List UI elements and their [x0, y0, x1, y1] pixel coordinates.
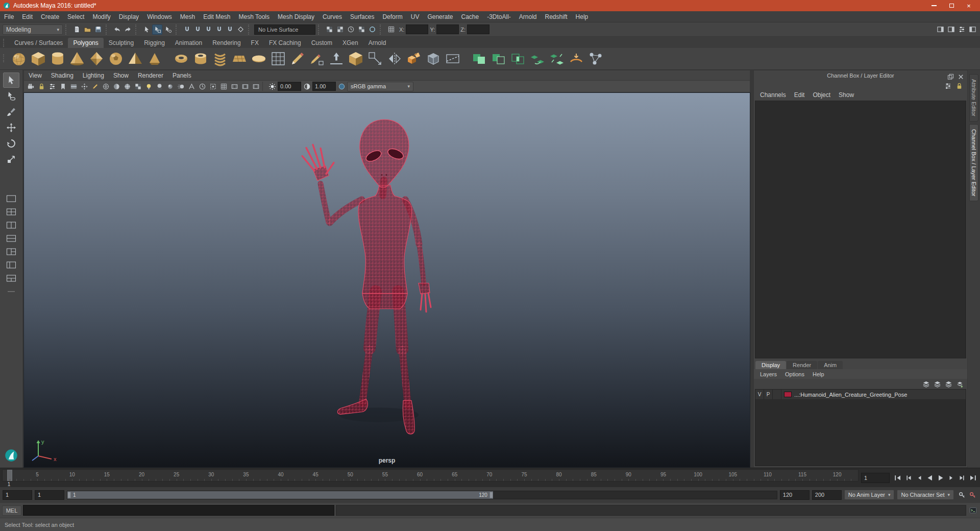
x-coordinate-input[interactable] [406, 25, 428, 34]
group-grip[interactable] [318, 25, 322, 35]
snap-to-curves-icon[interactable] [192, 25, 203, 35]
menu-edit[interactable]: Edit [18, 11, 37, 22]
shelf-icon-node-editor[interactable] [586, 49, 605, 68]
channel-menu-channels[interactable]: Channels [756, 90, 790, 100]
shelf-icon-boolean-intersection[interactable] [508, 49, 528, 68]
shelf-icon-poly-grid[interactable] [268, 49, 288, 68]
resolution-gate-icon[interactable] [229, 81, 239, 91]
view-transform-dropdown[interactable]: sRGB gamma▾ [347, 82, 413, 91]
group-grip[interactable] [106, 25, 109, 35]
menu-curves[interactable]: Curves [318, 11, 346, 22]
command-result-area[interactable] [336, 505, 966, 516]
command-input[interactable] [23, 505, 334, 516]
shelf-icon-multi-cut[interactable] [443, 49, 462, 68]
range-end-handle[interactable] [489, 492, 493, 498]
y-coordinate-input[interactable] [436, 25, 459, 34]
channel-menu-show[interactable]: Show [835, 90, 858, 100]
layer-movedown-icon[interactable] [932, 379, 942, 389]
save-scene-icon[interactable] [93, 25, 103, 35]
menu-cache[interactable]: Cache [457, 11, 483, 22]
lasso-tool[interactable] [3, 88, 19, 104]
two-pane-stacked-layout[interactable] [4, 232, 19, 245]
construction-history-icon[interactable] [346, 25, 356, 35]
shelf-tab-custom[interactable]: Custom [306, 38, 337, 48]
maya-logo-button[interactable] [5, 449, 18, 464]
select-by-component-icon[interactable] [163, 25, 173, 35]
play-forwards-button[interactable] [935, 472, 946, 484]
shelf-icon-boolean-union[interactable] [470, 49, 489, 68]
outliner-persp-layout[interactable] [4, 258, 19, 272]
shelf-tab-arnold[interactable]: Arnold [363, 38, 391, 48]
step-forward-one-key-button[interactable] [957, 472, 967, 484]
texture-placement-icon[interactable] [356, 25, 366, 35]
image-plane-icon[interactable] [68, 81, 79, 91]
range-slider-track[interactable]: 1 120 [67, 491, 777, 499]
menu-file[interactable]: File [0, 11, 18, 22]
shelf-icon-combine[interactable] [528, 49, 547, 68]
shelf-icon-quad-draw-tool[interactable] [307, 49, 327, 68]
tool-settings-icon[interactable] [957, 25, 967, 35]
make-live-icon[interactable] [235, 25, 246, 35]
new-empty-layer-icon[interactable] [943, 379, 953, 389]
menu-arnold[interactable]: Arnold [515, 11, 541, 22]
shelf-tab-rendering[interactable]: Rendering [207, 38, 246, 48]
move-tool[interactable] [3, 120, 19, 135]
shelf-icon-poly-soccer-ball[interactable] [106, 49, 126, 68]
range-slider-range[interactable]: 1 120 [67, 491, 493, 499]
shelf-grip[interactable] [3, 54, 7, 62]
shelf-icon-bevel[interactable] [424, 49, 443, 68]
shelf-icon-boolean-difference[interactable] [489, 49, 508, 68]
group-grip[interactable] [135, 25, 139, 35]
panel-menu-view[interactable]: View [24, 70, 46, 80]
exposure-icon[interactable] [267, 81, 277, 91]
shelf-icon-poly-pyramid[interactable] [126, 49, 145, 68]
auto-keyframe-icon[interactable] [967, 490, 977, 500]
time-ruler[interactable]: 5101520253035404550556065707580859095100… [2, 469, 859, 481]
shelf-icon-poly-cube[interactable] [29, 49, 48, 68]
menu-redshift[interactable]: Redshift [541, 11, 572, 22]
command-language-toggle[interactable]: MEL [2, 505, 21, 516]
shelf-icon-sculpt-tool[interactable] [327, 49, 346, 68]
group-grip[interactable] [380, 25, 383, 35]
panel-menu-renderer[interactable]: Renderer [133, 70, 168, 80]
shelf-tab-animation[interactable]: Animation [170, 38, 207, 48]
group-grip[interactable] [65, 25, 69, 35]
shelf-grip[interactable] [3, 39, 7, 47]
screen-space-ao-icon[interactable] [165, 81, 175, 91]
anim-layer-dropdown[interactable]: No Anim Layer▾ [844, 490, 895, 500]
snap-to-view-planes-icon[interactable] [225, 25, 235, 35]
animation-start-field[interactable] [3, 490, 32, 500]
rotate-tool[interactable] [3, 136, 19, 151]
layer-menu-layers[interactable]: Layers [756, 369, 781, 379]
channel-box-icon[interactable] [967, 25, 977, 35]
shelf-tab-rigging[interactable]: Rigging [139, 38, 170, 48]
menu-3dtoall[interactable]: -3DtoAll- [483, 11, 515, 22]
channel-settings-icon[interactable] [954, 81, 964, 91]
camera-attributes-icon[interactable] [47, 81, 57, 91]
shelf-icon-poly-prism[interactable] [145, 49, 164, 68]
textured-icon[interactable] [133, 81, 143, 91]
modeling-toolkit-icon[interactable] [935, 25, 945, 35]
menu-mesh[interactable]: Mesh [176, 11, 199, 22]
shelf-icon-poly-sphere[interactable] [9, 49, 29, 68]
gate-mask-icon[interactable] [240, 81, 250, 91]
select-by-object-icon[interactable] [152, 25, 162, 35]
shelf-icon-poly-helix[interactable] [210, 49, 230, 68]
edge-tab-attribute-editor[interactable]: Attribute Editor [969, 74, 978, 122]
menu-mesh-tools[interactable]: Mesh Tools [235, 11, 274, 22]
open-scene-icon[interactable] [82, 25, 92, 35]
shelf-icon-mirror[interactable] [385, 49, 404, 68]
menu-set-selector[interactable]: Modeling▾ [3, 25, 63, 35]
undo-icon[interactable] [112, 25, 122, 35]
shelf-icon-create-polygon-tool[interactable] [288, 49, 307, 68]
menu-edit-mesh[interactable]: Edit Mesh [199, 11, 234, 22]
output-connections-icon[interactable] [335, 25, 345, 35]
current-frame-field[interactable] [861, 473, 890, 483]
group-grip[interactable] [248, 25, 252, 35]
select-by-hierarchy-icon[interactable] [141, 25, 152, 35]
scale-tool[interactable] [3, 152, 19, 167]
input-connections-icon[interactable] [324, 25, 334, 35]
snap-to-points-icon[interactable] [203, 25, 213, 35]
layer-playback-toggle[interactable]: P [764, 390, 773, 399]
step-forward-one-frame-button[interactable] [946, 472, 957, 484]
